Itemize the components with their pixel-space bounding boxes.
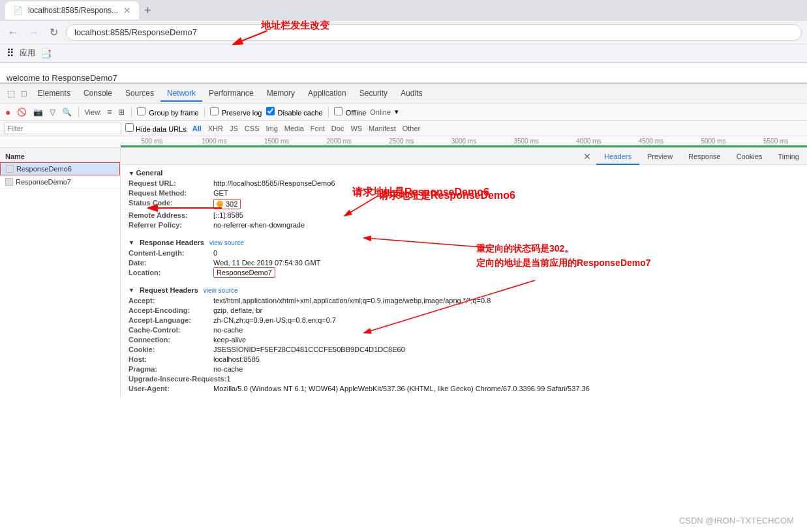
online-dropdown-arrow[interactable]: ▾ — [395, 108, 399, 116]
request-item-icon-demo6 — [6, 165, 14, 173]
tab-security[interactable]: Security — [353, 86, 394, 102]
date-label: Date: — [129, 259, 213, 267]
request-item-icon-demo7 — [5, 178, 13, 186]
tab-audits[interactable]: Audits — [394, 86, 429, 102]
offline-label: Offline — [334, 107, 367, 117]
req-header-label: Accept-Encoding: — [129, 306, 213, 314]
req-header-value: keep-alive — [213, 336, 246, 344]
online-dropdown[interactable]: Online — [370, 108, 391, 116]
general-section: General Request URL: http://localhost:85… — [121, 165, 807, 235]
details-tab-timing[interactable]: Timing — [770, 148, 807, 165]
details-tab-bar: ✕ Headers Preview Response Cookies Timin… — [121, 148, 807, 165]
filter-input[interactable] — [4, 123, 121, 134]
hide-data-urls-checkbox[interactable] — [125, 123, 134, 132]
filter-other[interactable]: Other — [401, 125, 423, 132]
view-list-button[interactable]: ≡ — [106, 108, 113, 117]
bookmark-icon: 📑 — [40, 48, 52, 59]
bookmark-apps[interactable]: 应用 — [20, 48, 35, 59]
tab-network[interactable]: Network — [160, 86, 202, 102]
filter-xhr[interactable]: XHR — [206, 125, 225, 132]
remote-address-label: Remote Address: — [129, 211, 213, 219]
response-headers-section: Response Headers view source Content-Len… — [121, 235, 807, 282]
disable-cache-label: Disable cache — [266, 107, 323, 117]
tab-elements[interactable]: Elements — [31, 86, 77, 102]
request-item-demo7[interactable]: ResponseDemo7 — [0, 175, 120, 188]
referrer-policy-value: no-referrer-when-downgrade — [213, 221, 305, 229]
screenshot-button[interactable]: 📷 — [32, 108, 44, 117]
filter-bar: Hide data URLs All XHR JS CSS Img Media … — [0, 121, 807, 136]
timeline-label-10: 5500 ms — [744, 138, 807, 145]
page-welcome-text: welcome to ResponseDemo7 — [0, 63, 807, 83]
stop-button[interactable]: 🚫 — [16, 108, 28, 117]
filter-all[interactable]: All — [190, 125, 204, 132]
timeline-label-9: 5000 ms — [682, 138, 745, 145]
inspect-icon[interactable]: ⬚ — [5, 87, 17, 100]
request-header-row: Upgrade-Insecure-Requests:1 — [129, 375, 799, 383]
req-header-value: localhost:8585 — [213, 355, 260, 363]
hide-data-urls-label: Hide data URLs — [125, 123, 187, 133]
details-tab-cookies[interactable]: Cookies — [729, 148, 770, 165]
req-header-value: no-cache — [213, 326, 243, 334]
response-headers-view-source[interactable]: view source — [209, 239, 244, 246]
tab-sources[interactable]: Sources — [119, 86, 160, 102]
record-button[interactable]: ● — [4, 107, 12, 117]
address-bar[interactable] — [66, 24, 802, 41]
req-header-value: Mozilla/5.0 (Windows NT 6.1; WOW64) Appl… — [213, 385, 590, 392]
request-header-row: Connection:keep-alive — [129, 336, 799, 344]
timeline-label-0: 500 ms — [121, 138, 183, 145]
tab-performance[interactable]: Performance — [202, 86, 260, 102]
reload-button[interactable]: ↻ — [47, 25, 61, 40]
remote-address-value: [::1]:8585 — [213, 211, 243, 219]
filter-icon[interactable]: ▽ — [48, 108, 57, 117]
request-headers-view-source[interactable]: view source — [204, 287, 238, 294]
browser-tab[interactable]: 📄 localhost:8585/Respons... ✕ — [5, 1, 139, 20]
req-header-label: Cache-Control: — [129, 326, 213, 334]
filter-ws[interactable]: WS — [348, 125, 364, 132]
content-length-value: 0 — [213, 249, 217, 257]
back-button[interactable]: ← — [5, 25, 21, 40]
filter-media[interactable]: Media — [282, 125, 306, 132]
tab-memory[interactable]: Memory — [260, 86, 301, 102]
offline-checkbox[interactable] — [334, 107, 343, 115]
device-icon[interactable]: □ — [20, 87, 29, 100]
details-tab-headers[interactable]: Headers — [596, 148, 639, 165]
tab-close-button[interactable]: ✕ — [123, 5, 131, 16]
tab-title: localhost:8585/Respons... — [28, 6, 118, 15]
filter-font[interactable]: Font — [309, 125, 327, 132]
location-label: Location: — [129, 269, 213, 276]
request-header-row: Cache-Control:no-cache — [129, 326, 799, 334]
tab-console[interactable]: Console — [77, 86, 119, 102]
annotation-request-url: 请求地址是ResponseDemo6 — [352, 186, 489, 200]
req-header-value: gzip, deflate, br — [213, 306, 262, 314]
preserve-log-checkbox[interactable] — [210, 107, 219, 115]
request-item-demo6[interactable]: ResponseDemo6 — [0, 162, 120, 175]
filter-manifest[interactable]: Manifest — [367, 125, 398, 132]
request-url-row: Request URL: http://localhost:8585/Respo… — [129, 179, 335, 187]
filter-css[interactable]: CSS — [243, 125, 262, 132]
new-tab-button[interactable]: + — [139, 4, 157, 18]
details-tab-response[interactable]: Response — [680, 148, 729, 165]
req-header-label: Accept-Language: — [129, 316, 213, 324]
details-tab-preview[interactable]: Preview — [639, 148, 680, 165]
request-method-label: Request Method: — [129, 189, 213, 197]
tab-application[interactable]: Application — [301, 86, 353, 102]
req-header-label: Cookie: — [129, 346, 213, 353]
filter-img[interactable]: Img — [264, 125, 279, 132]
req-header-label: Accept: — [129, 297, 213, 304]
request-list-header: Name — [0, 148, 120, 162]
details-close-button[interactable]: ✕ — [583, 151, 591, 162]
search-button[interactable]: 🔍 — [61, 108, 73, 117]
request-item-name-demo6: ResponseDemo6 — [16, 165, 72, 173]
filter-doc[interactable]: Doc — [329, 125, 346, 132]
filter-js[interactable]: JS — [228, 125, 240, 132]
status-code-row: Status Code: 302 — [129, 199, 335, 209]
group-by-frame-checkbox[interactable] — [137, 107, 145, 115]
request-headers-section: Request Headers view source Accept:text/… — [121, 282, 807, 398]
request-method-row: Request Method: GET — [129, 189, 335, 197]
disable-cache-checkbox[interactable] — [266, 107, 275, 115]
forward-button[interactable]: → — [26, 25, 42, 40]
view-grid-button[interactable]: ⊞ — [117, 108, 126, 117]
remote-address-row: Remote Address: [::1]:8585 — [129, 211, 335, 219]
devtools-tab-bar: ⬚ □ Elements Console Sources Network Per… — [0, 84, 807, 104]
request-header-row: Pragma:no-cache — [129, 365, 799, 373]
